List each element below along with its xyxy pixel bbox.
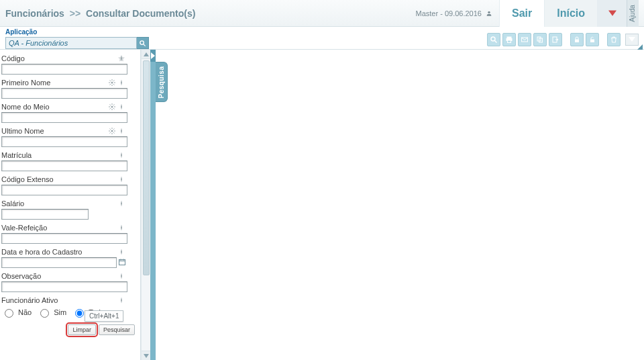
top-bar: Funcionários >> Consultar Documento(s) M…: [0, 0, 644, 27]
codigo-extenso-label: Código Extenso: [1, 175, 54, 183]
copy-icon: [536, 36, 544, 44]
clear-field-icon[interactable]: [117, 54, 125, 62]
primeiro-nome-label: Primeiro Nome: [1, 79, 50, 87]
clear-button[interactable]: Limpar: [68, 324, 96, 335]
clear-field-icon[interactable]: [117, 248, 125, 256]
gear-icon[interactable]: [108, 127, 116, 135]
clear-field-icon[interactable]: [117, 175, 125, 183]
observacao-input[interactable]: [1, 281, 127, 292]
primeiro-nome-input[interactable]: [1, 88, 127, 99]
scroll-down-arrow[interactable]: [142, 351, 151, 360]
print-icon: [505, 36, 513, 44]
svg-rect-13: [590, 40, 594, 43]
clear-field-icon[interactable]: [117, 79, 125, 87]
codigo-input[interactable]: [1, 64, 127, 75]
user-icon: [486, 10, 492, 17]
caret-down-icon: [608, 8, 616, 19]
toolbar-more-button[interactable]: [625, 34, 639, 46]
clear-field-icon[interactable]: [117, 224, 125, 232]
ativo-radio-nao[interactable]: [5, 309, 13, 318]
resize-corner-icon[interactable]: [637, 44, 643, 50]
search-icon: [490, 36, 498, 44]
help-label: Ajuda: [629, 5, 636, 22]
lock-icon: [573, 36, 581, 44]
toolbar-copy-button[interactable]: [533, 33, 547, 46]
panel-scrollbar[interactable]: [141, 50, 150, 360]
toolbar-delete-button[interactable]: [607, 33, 621, 46]
svg-rect-5: [507, 37, 512, 39]
codigo-label: Código: [1, 54, 25, 62]
help-strip[interactable]: Ajuda: [627, 0, 639, 27]
breadcrumb-section[interactable]: Funcionários: [5, 8, 64, 19]
application-combo-input[interactable]: [5, 37, 137, 49]
breadcrumb-page: Consultar Documento(s): [86, 8, 195, 19]
svg-line-2: [144, 44, 146, 46]
search-panel: Código Primeiro Nome: [0, 50, 141, 360]
clear-field-icon[interactable]: [117, 272, 125, 280]
svg-rect-7: [508, 40, 511, 43]
calendar-icon[interactable]: [118, 258, 126, 266]
clear-field-icon[interactable]: [117, 199, 125, 208]
trash-icon: [610, 36, 618, 44]
application-label: Aplicação: [5, 28, 37, 36]
salario-input[interactable]: [1, 209, 89, 220]
svg-point-3: [491, 37, 495, 41]
toolbar-search-button[interactable]: [487, 33, 500, 46]
toolbar-export-button[interactable]: [549, 33, 562, 46]
nome-meio-label: Nome do Meio: [1, 103, 50, 111]
data-cadastro-label: Data e hora do Cadastro: [1, 248, 82, 256]
svg-point-1: [140, 40, 144, 44]
gear-icon[interactable]: [108, 103, 116, 111]
pesquisa-tab-label: Pesquisa: [158, 66, 165, 98]
svg-rect-17: [119, 260, 125, 265]
user-info: Master - 09.06.2016: [416, 9, 499, 17]
panel-collapse-button[interactable]: [150, 50, 156, 62]
clear-field-icon[interactable]: [117, 151, 125, 159]
caret-down-icon: [629, 37, 635, 42]
data-cadastro-input[interactable]: [1, 257, 117, 268]
toolbar-print-button[interactable]: [502, 33, 516, 46]
content-area: [156, 50, 644, 360]
ativo-radio-sim[interactable]: [40, 309, 49, 318]
home-button[interactable]: Início: [544, 0, 597, 27]
breadcrumb-separator: >>: [70, 8, 80, 19]
clear-field-icon[interactable]: [117, 127, 125, 135]
logout-button[interactable]: Sair: [499, 0, 544, 27]
search-button[interactable]: Pesquisar: [99, 324, 135, 335]
ativo-option-sim[interactable]: Sim: [54, 308, 66, 316]
clear-field-icon[interactable]: [117, 296, 125, 304]
svg-point-16: [111, 130, 113, 132]
vale-refeicao-input[interactable]: [1, 233, 127, 244]
shortcut-tooltip: Ctrl+Alt+1: [85, 310, 123, 322]
ativo-label: Funcionário Ativo: [1, 296, 58, 304]
breadcrumb: Funcionários >> Consultar Documento(s): [5, 8, 195, 19]
export-icon: [551, 36, 559, 44]
chevron-down-icon: [144, 354, 149, 358]
svg-rect-12: [575, 40, 579, 43]
mail-icon: [521, 36, 529, 44]
scroll-up-arrow[interactable]: [142, 50, 151, 59]
nome-meio-input[interactable]: [1, 112, 127, 123]
toolbar-mail-button[interactable]: [518, 33, 531, 46]
matricula-label: Matrícula: [1, 151, 32, 159]
search-icon: [139, 40, 146, 47]
matricula-input[interactable]: [1, 161, 127, 171]
svg-point-14: [111, 82, 113, 84]
toolbar-unlock-button[interactable]: [586, 33, 599, 46]
header-menu-toggle[interactable]: [597, 0, 627, 27]
clear-field-icon[interactable]: [117, 103, 125, 111]
scroll-thumb[interactable]: [143, 60, 150, 275]
svg-point-15: [111, 106, 113, 108]
pesquisa-tab[interactable]: Pesquisa: [156, 62, 168, 102]
ativo-option-nao[interactable]: Não: [18, 308, 32, 316]
salario-label: Salário: [1, 199, 24, 208]
ativo-radio-todos[interactable]: [75, 309, 84, 318]
ultimo-nome-input[interactable]: [1, 136, 127, 147]
user-info-text: Master - 09.06.2016: [416, 9, 482, 17]
application-combo[interactable]: [5, 37, 149, 49]
codigo-extenso-input[interactable]: [1, 185, 127, 195]
toolbar-lock-button[interactable]: [570, 33, 584, 46]
application-search-button[interactable]: [137, 37, 149, 49]
observacao-label: Observação: [1, 272, 41, 280]
gear-icon[interactable]: [108, 79, 116, 87]
